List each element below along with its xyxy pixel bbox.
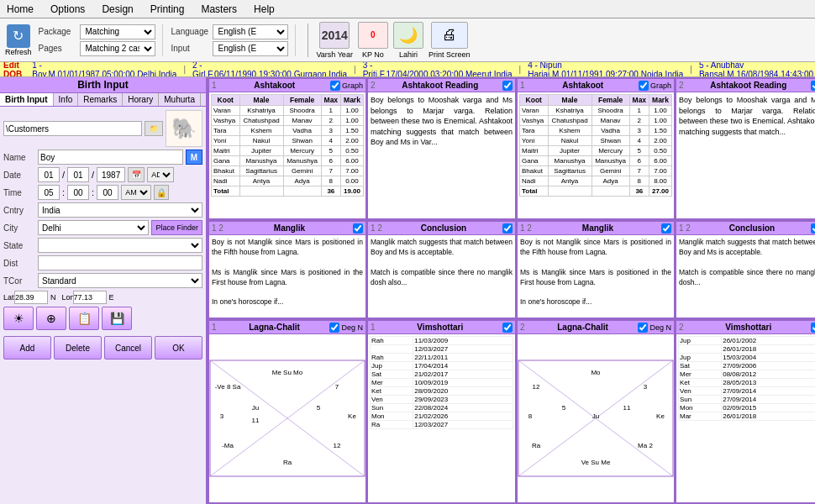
person-tab-5[interactable]: 5 - Anubhav Bansal,M,16/08/1984,14:43:00… <box>699 62 815 77</box>
tab-muhurta[interactable]: Muhurta <box>159 93 201 106</box>
tab-info[interactable]: Info <box>54 93 79 106</box>
menu-options[interactable]: Options <box>47 2 88 17</box>
panel-ast-reading-1: 2 Ashtakoot Reading Boy belongs to Moosh… <box>367 78 516 219</box>
vim-cell <box>679 345 722 354</box>
gender-button[interactable]: M <box>186 150 202 165</box>
panel-lagna-1-check[interactable] <box>329 323 339 333</box>
lahiri-icon-group[interactable]: 🌙 Lahiri <box>393 22 423 59</box>
toolbar-divider-1 <box>308 24 308 57</box>
date-month-input[interactable] <box>67 167 89 182</box>
customer-row: 📁 🐘 <box>3 110 202 147</box>
customer-browse-button[interactable]: 📁 <box>145 121 163 136</box>
icon-btn-3[interactable]: 📋 <box>69 307 99 330</box>
icon-btn-4[interactable]: 💾 <box>102 307 132 330</box>
lon-label: Lon <box>62 293 71 302</box>
ast-cell: 8 <box>629 176 649 186</box>
cancel-button[interactable]: Cancel <box>104 336 152 360</box>
refresh-icon: ↻ <box>7 24 30 48</box>
panel-vim-2-content: Jup26/01/200226/01/2018Jup15/03/2004Sat2… <box>676 334 815 502</box>
ampm-select[interactable]: AM PM <box>121 185 151 200</box>
date-day-input[interactable] <box>38 167 60 182</box>
kp-icon-group[interactable]: 0 KP No <box>358 22 388 59</box>
birth-input-panel: Birth Input Birth Input Info Remarks Hor… <box>0 77 208 504</box>
lon-input[interactable] <box>73 291 107 304</box>
vim-cell: 21/02/2026 <box>413 412 513 421</box>
time-hour-input[interactable] <box>38 185 60 200</box>
birth-tabs: Birth Input Info Remarks Horary Muhurta <box>0 93 206 107</box>
customer-input[interactable] <box>3 121 142 136</box>
ast-cell: 1.00 <box>340 106 363 116</box>
place-finder-button[interactable]: Place Finder <box>151 220 202 235</box>
ast-cell: Shwan <box>592 136 629 146</box>
panel-ashtakoot-3-check[interactable] <box>639 81 649 91</box>
add-button[interactable]: Add <box>3 336 51 360</box>
person-tab-3[interactable]: 3 - Priti,F,17/04/2000,03:20:00,Meerut,I… <box>363 62 513 77</box>
ast-cell: Nakul <box>548 136 592 146</box>
delete-button[interactable]: Delete <box>54 336 102 360</box>
panel-vim-1-header: 1 Vimshottari <box>368 321 515 334</box>
ast-cell: 5 <box>321 146 340 156</box>
menu-home[interactable]: Home <box>3 2 37 17</box>
tab-birth-input[interactable]: Birth Input <box>0 93 54 106</box>
landscape-icon-group[interactable]: 🖨 Print Screen <box>429 22 471 59</box>
ok-button[interactable]: OK <box>155 336 202 360</box>
name-input[interactable] <box>38 150 183 165</box>
panel-conclusion-1-check[interactable] <box>502 223 513 234</box>
ast-cell: Tara <box>212 126 240 136</box>
panel-vim-2-check[interactable] <box>811 323 815 333</box>
ast-cell: 6.00 <box>649 156 671 166</box>
date-year-input[interactable] <box>97 167 125 182</box>
ast-cell: Chatushpad <box>548 116 592 126</box>
refresh-button[interactable]: ↻ Refresh <box>3 23 34 58</box>
col-koot: Koot <box>212 95 240 106</box>
vim-cell: 08/08/2012 <box>722 370 815 379</box>
vim-cell: Jup <box>679 354 722 362</box>
panel-manglik-2-check[interactable] <box>661 223 671 234</box>
icon-btn-1[interactable]: ☀ <box>3 307 34 330</box>
panel-ashtakoot-1-check[interactable] <box>330 81 340 91</box>
country-select[interactable]: India <box>38 202 202 218</box>
year-icon-group[interactable]: 2014 Varsh Year <box>317 22 353 59</box>
dist-input[interactable] <box>38 255 202 270</box>
panel-vim-1-check[interactable] <box>502 323 513 333</box>
panel-ast-reading-3-check[interactable] <box>811 81 815 91</box>
menu-printing[interactable]: Printing <box>147 2 188 17</box>
city-select[interactable]: Delhi <box>38 220 149 235</box>
icon-btn-2[interactable]: ⊕ <box>36 307 66 330</box>
state-select[interactable] <box>38 238 202 253</box>
lahiri-icon: 🌙 <box>393 22 423 49</box>
time-sec-input[interactable] <box>97 185 118 200</box>
ast-cell: Yoni <box>212 136 240 146</box>
panel-manglik-1-check[interactable] <box>353 223 363 234</box>
panel-manglik-2-content: Boy is not Manglik since Mars is positio… <box>518 235 674 318</box>
time-lock-button[interactable]: 🔒 <box>154 185 169 200</box>
menu-masters[interactable]: Masters <box>197 2 240 17</box>
input-select[interactable]: English (E <box>213 41 288 56</box>
calendar-button[interactable]: 📅 <box>128 167 145 182</box>
era-select[interactable]: AD <box>147 167 174 182</box>
package-select[interactable]: Matching <box>80 24 155 39</box>
tab-remarks[interactable]: Remarks <box>78 93 123 106</box>
time-min-input[interactable] <box>67 185 89 200</box>
panel-ast-reading-1-check[interactable] <box>502 81 513 91</box>
ast-cell: 1 <box>321 106 340 116</box>
lat-input[interactable] <box>14 291 48 304</box>
language-select[interactable]: English (E <box>213 24 288 39</box>
panel-conclusion-2-check[interactable] <box>811 223 815 234</box>
vim-cell: Mer <box>371 379 413 387</box>
menu-design[interactable]: Design <box>98 2 136 17</box>
tab-horary[interactable]: Horary <box>123 93 159 106</box>
person-tab-4[interactable]: 4 - Nipun Harjai,M,01/11/1991,09:27:00,N… <box>528 62 683 77</box>
panel-lagna-2-check[interactable] <box>638 323 648 333</box>
panel-conclusion-1-header: 1 2 Conclusion <box>368 222 515 235</box>
person-tab-2[interactable]: 2 - Girl,F,06/11/1990,19:30:00,Gurgaon,I… <box>192 62 347 77</box>
menu-help[interactable]: Help <box>250 2 278 17</box>
person-tab-1[interactable]: 1 - Boy,M,01/01/1987,05:00:00,Delhi,Indi… <box>32 62 176 77</box>
ast-cell: Vashya <box>212 116 240 126</box>
vim-cell: 17/04/2014 <box>413 362 513 370</box>
vim-cell: Sat <box>679 362 722 370</box>
pages-select[interactable]: Matching 2 cases <box>80 41 155 56</box>
ast-cell: Gana <box>520 156 549 166</box>
panel-manglik-2-header: 1 2 Manglik <box>518 222 674 235</box>
tcor-select[interactable]: Standard <box>38 273 202 288</box>
